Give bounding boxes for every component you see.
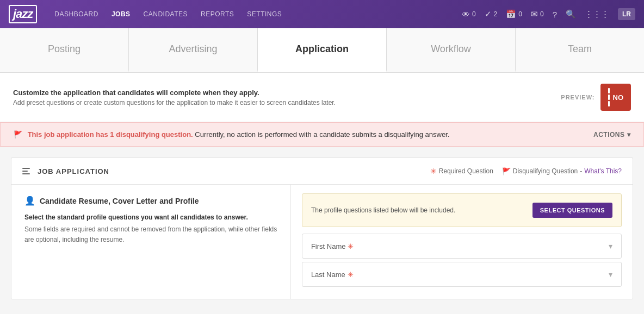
tab-application[interactable]: Application bbox=[258, 28, 387, 72]
person-icon: 👤 bbox=[24, 196, 35, 206]
eye-count: 0 bbox=[472, 10, 476, 18]
whats-this-link[interactable]: What's This? bbox=[584, 167, 622, 175]
two-col-layout: 👤 Candidate Resume, Cover Letter and Pro… bbox=[11, 185, 633, 299]
first-name-field[interactable]: First Name✳ ▾ bbox=[302, 234, 622, 259]
warning-highlight: This job application has 1 disqualifying… bbox=[28, 130, 193, 139]
calendar-icon-group[interactable]: 📅 0 bbox=[506, 9, 522, 19]
check-icon: ✓ bbox=[485, 9, 492, 19]
nav-jobs[interactable]: JOBS bbox=[112, 10, 131, 18]
warning-suffix: Currently, no action is performed with a… bbox=[195, 130, 449, 139]
nav-icons-group: 👁 0 ✓ 2 📅 0 ✉ 0 ? 🔍 ⋮⋮⋮ LR bbox=[462, 8, 635, 20]
search-icon: 🔍 bbox=[566, 9, 576, 19]
last-name-label: Last Name✳ bbox=[311, 271, 354, 279]
disqualifying-legend: 🚩 Disqualifying Question - What's This? bbox=[502, 167, 622, 175]
flag-icon: 🚩 bbox=[14, 130, 22, 139]
check-count: 2 bbox=[494, 10, 498, 18]
tab-team[interactable]: Team bbox=[516, 28, 644, 72]
grid-icon: ⋮⋮⋮ bbox=[585, 9, 609, 19]
actions-button[interactable]: ACTIONS ▾ bbox=[593, 131, 630, 139]
required-star-icon: ✳ bbox=[430, 167, 437, 175]
info-section: Customize the application that candidate… bbox=[0, 73, 644, 122]
job-app-title: JOB APPLICATION bbox=[22, 167, 109, 175]
top-navigation: jazz DASHBOARD JOBS CANDIDATES REPORTS S… bbox=[0, 0, 644, 28]
job-app-title-text: JOB APPLICATION bbox=[38, 167, 109, 175]
preview-btn-label: NO bbox=[613, 93, 624, 102]
tab-workflow[interactable]: Workflow bbox=[387, 28, 516, 72]
calendar-count: 0 bbox=[518, 10, 522, 18]
actions-label: ACTIONS bbox=[593, 131, 625, 139]
jazz-logo: jazz bbox=[9, 5, 37, 23]
eye-icon: 👁 bbox=[462, 10, 470, 19]
calendar-icon: 📅 bbox=[506, 9, 516, 19]
message-count: 0 bbox=[540, 10, 544, 18]
disqualifying-flag-icon: 🚩 bbox=[502, 167, 511, 175]
info-description: Add preset questions or create custom qu… bbox=[13, 99, 336, 106]
eye-icon-group[interactable]: 👁 0 bbox=[462, 10, 476, 19]
candidate-subheading: Select the standard profile questions yo… bbox=[24, 213, 277, 221]
message-icon-group[interactable]: ✉ 0 bbox=[531, 9, 544, 19]
nav-settings[interactable]: SETTINGS bbox=[247, 10, 282, 18]
barcode-icon bbox=[608, 88, 610, 106]
info-text-block: Customize the application that candidate… bbox=[13, 89, 336, 106]
help-icon-group[interactable]: ? bbox=[553, 10, 557, 19]
message-icon: ✉ bbox=[531, 9, 538, 19]
candidate-description: Some fields are required and cannot be r… bbox=[24, 224, 277, 245]
candidate-section-heading: 👤 Candidate Resume, Cover Letter and Pro… bbox=[24, 196, 277, 206]
required-label: Required Question bbox=[439, 167, 493, 175]
profile-box-text: The profile questions listed below will … bbox=[311, 206, 455, 214]
tab-advertising[interactable]: Advertising bbox=[129, 28, 258, 72]
first-name-required-icon: ✳ bbox=[348, 242, 354, 250]
preview-button[interactable]: NO bbox=[600, 84, 631, 111]
nav-candidates[interactable]: CANDIDATES bbox=[144, 10, 188, 18]
legend: ✳ Required Question 🚩 Disqualifying Ques… bbox=[430, 167, 622, 175]
grid-icon-group[interactable]: ⋮⋮⋮ bbox=[585, 9, 609, 19]
help-icon: ? bbox=[553, 10, 557, 19]
last-name-field[interactable]: Last Name✳ ▾ bbox=[302, 262, 622, 287]
preview-label: PREVIEW: bbox=[561, 94, 595, 101]
job-application-section: JOB APPLICATION ✳ Required Question 🚩 Di… bbox=[11, 158, 633, 299]
search-icon-group[interactable]: 🔍 bbox=[566, 9, 576, 19]
tab-posting[interactable]: Posting bbox=[0, 28, 129, 72]
user-menu[interactable]: LR bbox=[618, 8, 635, 20]
lines-icon bbox=[22, 168, 30, 174]
nav-reports[interactable]: REPORTS bbox=[201, 10, 234, 18]
left-column: 👤 Candidate Resume, Cover Letter and Pro… bbox=[11, 185, 291, 299]
disqualifying-label: Disqualifying Question bbox=[513, 167, 578, 175]
last-name-required-icon: ✳ bbox=[348, 271, 354, 279]
first-name-label: First Name✳ bbox=[311, 242, 354, 250]
last-name-chevron-icon: ▾ bbox=[609, 270, 612, 279]
info-heading: Customize the application that candidate… bbox=[13, 89, 336, 97]
warning-banner: 🚩 This job application has 1 disqualifyi… bbox=[0, 122, 644, 147]
first-name-chevron-icon: ▾ bbox=[609, 242, 612, 250]
required-legend: ✳ Required Question bbox=[430, 167, 493, 175]
select-questions-button[interactable]: SELECT QUESTIONS bbox=[532, 203, 612, 218]
check-icon-group[interactable]: ✓ 2 bbox=[485, 9, 498, 19]
profile-questions-box: The profile questions listed below will … bbox=[302, 193, 622, 227]
actions-chevron-icon: ▾ bbox=[627, 131, 631, 139]
nav-dashboard[interactable]: DASHBOARD bbox=[54, 10, 98, 18]
right-column: The profile questions listed below will … bbox=[291, 185, 633, 299]
warning-text: 🚩 This job application has 1 disqualifyi… bbox=[14, 130, 449, 139]
job-app-header: JOB APPLICATION ✳ Required Question 🚩 Di… bbox=[11, 158, 633, 185]
tab-bar: Posting Advertising Application Workflow… bbox=[0, 28, 644, 73]
candidate-heading-text: Candidate Resume, Cover Letter and Profi… bbox=[40, 197, 199, 205]
preview-area: PREVIEW: NO bbox=[561, 84, 631, 111]
